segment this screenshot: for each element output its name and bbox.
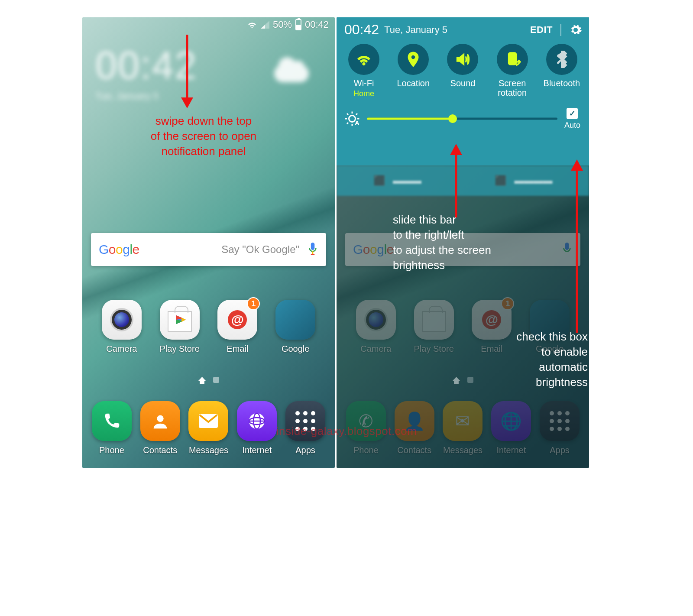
settings-icon[interactable] bbox=[569, 23, 582, 36]
battery-percent: 50% bbox=[273, 19, 292, 30]
home-page-dot bbox=[198, 377, 206, 384]
google-search-bar[interactable]: Google Say "Ok Google" bbox=[91, 233, 326, 266]
svg-marker-29 bbox=[450, 144, 462, 155]
annotation-auto: check this box to enable automatic brigh… bbox=[492, 329, 588, 390]
svg-rect-16 bbox=[508, 53, 516, 65]
location-icon bbox=[398, 44, 429, 75]
svg-text:A: A bbox=[355, 119, 359, 126]
svg-marker-1 bbox=[181, 97, 193, 108]
wifi-icon bbox=[247, 20, 257, 29]
toggle-rotation[interactable]: Screen rotation bbox=[489, 44, 536, 98]
page-indicator[interactable] bbox=[82, 377, 335, 384]
phone-home: 50% 00:42 00:42 Tue, January 5 swipe dow… bbox=[82, 17, 335, 468]
panel-date: Tue, January 5 bbox=[384, 24, 447, 36]
annotation-arrow-auto bbox=[568, 159, 586, 333]
svg-marker-31 bbox=[571, 159, 583, 171]
status-bar: 50% 00:42 bbox=[247, 19, 329, 30]
checkbox-icon: ✓ bbox=[567, 108, 578, 119]
camera-icon bbox=[102, 300, 142, 340]
signal-icon bbox=[261, 21, 269, 29]
app-google-folder[interactable]: Google bbox=[269, 300, 321, 354]
play-store-icon bbox=[160, 300, 200, 340]
email-icon: @ 1 bbox=[217, 300, 257, 340]
search-hint: Say "Ok Google" bbox=[221, 243, 299, 256]
weather-icon[interactable] bbox=[261, 52, 309, 82]
edit-button[interactable]: EDIT bbox=[530, 24, 553, 36]
mic-icon[interactable] bbox=[307, 242, 318, 257]
google-logo: Google bbox=[99, 242, 139, 257]
internet-icon bbox=[237, 401, 277, 441]
bluetooth-icon bbox=[546, 44, 577, 75]
svg-line-26 bbox=[356, 113, 357, 115]
svg-line-25 bbox=[347, 123, 348, 124]
toggle-location[interactable]: Location bbox=[389, 44, 437, 98]
svg-line-23 bbox=[347, 113, 348, 115]
annotation-swipe-down: swipe down the top of the screen to open… bbox=[113, 113, 295, 159]
svg-marker-8 bbox=[181, 318, 186, 322]
dock-dimmed: ✆Phone 👤Contacts ✉Messages 🌐Internet App… bbox=[337, 401, 589, 455]
panel-time: 00:42 bbox=[344, 22, 379, 38]
messages-icon bbox=[188, 401, 228, 441]
annotation-arrow-slider bbox=[447, 144, 465, 217]
toggle-bluetooth[interactable]: Bluetooth bbox=[538, 44, 586, 98]
app-internet[interactable]: Internet bbox=[233, 401, 281, 455]
annotation-arrow-down bbox=[178, 35, 196, 108]
app-messages[interactable]: Messages bbox=[185, 401, 233, 455]
annotation-slider: slide this bar to the right/left to adju… bbox=[393, 212, 531, 273]
brightness-slider[interactable] bbox=[367, 113, 557, 124]
status-time: 00:42 bbox=[305, 19, 329, 30]
rotation-icon bbox=[497, 44, 528, 75]
phone-icon bbox=[92, 401, 132, 441]
wifi-network: Home bbox=[353, 90, 374, 98]
app-camera[interactable]: Camera bbox=[96, 300, 148, 354]
apps-icon bbox=[285, 401, 325, 441]
app-apps[interactable]: Apps bbox=[281, 401, 330, 455]
brightness-auto-icon: A bbox=[344, 111, 360, 126]
svg-point-9 bbox=[157, 415, 163, 422]
toggle-wifi[interactable]: Wi-Fi Home bbox=[340, 44, 388, 98]
app-row: Camera Play Store @ 1 Email bbox=[82, 300, 335, 354]
brightness-row: A ✓ Auto bbox=[337, 102, 589, 138]
svg-marker-17 bbox=[517, 60, 521, 62]
contacts-icon bbox=[140, 401, 180, 441]
app-email[interactable]: @ 1 Email bbox=[211, 300, 263, 354]
app-play-store[interactable]: Play Store bbox=[154, 300, 206, 354]
folder-icon bbox=[275, 300, 315, 340]
svg-rect-2 bbox=[311, 243, 314, 250]
phone-panel: Google . Camera Play Store @1Email Googl… bbox=[337, 17, 589, 468]
toggle-sound[interactable]: Sound bbox=[439, 44, 486, 98]
sound-icon bbox=[447, 44, 478, 75]
page-dot bbox=[213, 377, 219, 383]
battery-icon bbox=[295, 19, 301, 30]
app-phone[interactable]: Phone bbox=[87, 401, 136, 455]
wifi-icon bbox=[348, 44, 379, 75]
app-contacts[interactable]: Contacts bbox=[136, 401, 185, 455]
quick-settings: Wi-Fi Home Location Sound Screen rotatio… bbox=[337, 39, 589, 102]
email-badge: 1 bbox=[247, 297, 260, 310]
dock: Phone Contacts Messages Internet Apps bbox=[82, 401, 335, 455]
auto-brightness-checkbox[interactable]: ✓ Auto bbox=[564, 108, 580, 130]
notification-panel: 00:42 Tue, January 5 EDIT Wi-Fi Home bbox=[337, 17, 589, 165]
